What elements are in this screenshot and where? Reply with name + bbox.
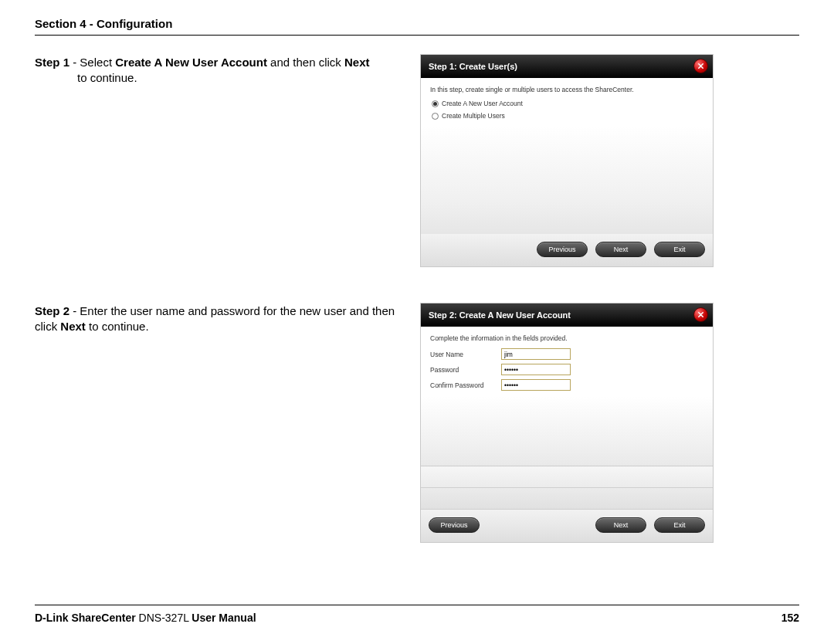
step-2-text: Step 2 - Enter the user name and passwor… [35, 303, 402, 543]
next-button[interactable]: Next [595, 242, 646, 257]
label-confirm-password: Confirm Password [430, 381, 501, 389]
rule-line [421, 488, 713, 510]
confirm-password-input[interactable] [501, 379, 571, 391]
step-1-dash: - [70, 56, 80, 69]
row-password: Password [430, 364, 703, 375]
step-2-bold1: Next [60, 320, 86, 333]
footer-brand: D-Link ShareCenter [35, 612, 136, 624]
step-1-row: Step 1 - Select Create A New User Accoun… [35, 54, 799, 267]
row-confirm-password: Confirm Password [430, 379, 703, 391]
exit-button[interactable]: Exit [654, 242, 705, 257]
radio-label-multiple-users: Create Multiple Users [442, 112, 505, 120]
step-2-row: Step 2 - Enter the user name and passwor… [35, 303, 799, 543]
step-1-mid: and then click [267, 56, 344, 69]
close-button[interactable] [693, 307, 708, 322]
radio-option-multiple-users[interactable]: Create Multiple Users [432, 112, 703, 120]
dialog-create-users: Step 1: Create User(s) In this step, cre… [420, 54, 714, 267]
step-2-label: Step 2 [35, 304, 70, 317]
footer-product: D-Link ShareCenter DNS-327L User Manual [35, 612, 256, 624]
radio-icon [432, 113, 439, 120]
dialog2-body: Complete the information in the fields p… [421, 327, 713, 396]
step-1-text: Step 1 - Select Create A New User Accoun… [35, 54, 402, 267]
username-input[interactable] [501, 348, 571, 360]
password-input[interactable] [501, 364, 571, 375]
footer-model: DNS-327L [136, 612, 192, 624]
page-footer: D-Link ShareCenter DNS-327L User Manual … [35, 605, 799, 624]
step-2-post: to continue. [86, 320, 149, 333]
footer-manual: User Manual [192, 612, 256, 624]
previous-button[interactable]: Previous [537, 242, 588, 257]
dialog2-spacer [421, 396, 713, 466]
close-icon [697, 63, 704, 69]
close-button[interactable] [693, 59, 708, 73]
label-username: User Name [430, 351, 501, 358]
previous-button[interactable]: Previous [429, 517, 480, 533]
step-1-post: to continue. [35, 70, 402, 86]
step-1-label: Step 1 [35, 56, 70, 69]
radio-icon [432, 100, 439, 107]
dialog1-hint: In this step, create single or multiple … [430, 86, 703, 93]
dialog1-title: Step 1: Create User(s) [429, 62, 517, 71]
page-number: 152 [781, 612, 799, 624]
close-icon [697, 311, 704, 318]
next-button[interactable]: Next [595, 517, 646, 533]
dialog2-rules [421, 466, 713, 510]
dialog2-footer: Previous Next Exit [421, 510, 713, 542]
dialog1-spacer [421, 126, 713, 234]
exit-button[interactable]: Exit [654, 517, 705, 533]
radio-option-new-user[interactable]: Create A New User Account [432, 100, 703, 107]
dialog-new-user-account: Step 2: Create A New User Account Comple… [420, 303, 714, 543]
step-1-bold1: Create A New User Account [115, 56, 267, 69]
dialog2-titlebar: Step 2: Create A New User Account [421, 303, 713, 327]
step-1-bold2: Next [344, 56, 370, 69]
label-password: Password [430, 366, 501, 374]
dialog1-body: In this step, create single or multiple … [421, 78, 713, 126]
dialog1-titlebar: Step 1: Create User(s) [421, 55, 713, 78]
step-2-dash: - [70, 304, 80, 317]
row-username: User Name [430, 348, 703, 360]
dialog2-hint: Complete the information in the fields p… [430, 334, 703, 342]
dialog2-title: Step 2: Create A New User Account [429, 310, 571, 320]
dialog1-footer: Previous Next Exit [421, 234, 713, 266]
radio-label-new-user: Create A New User Account [442, 100, 523, 107]
rule-line [421, 466, 713, 488]
section-header: Section 4 - Configuration [35, 17, 799, 36]
step-1-pre: Select [80, 56, 115, 69]
